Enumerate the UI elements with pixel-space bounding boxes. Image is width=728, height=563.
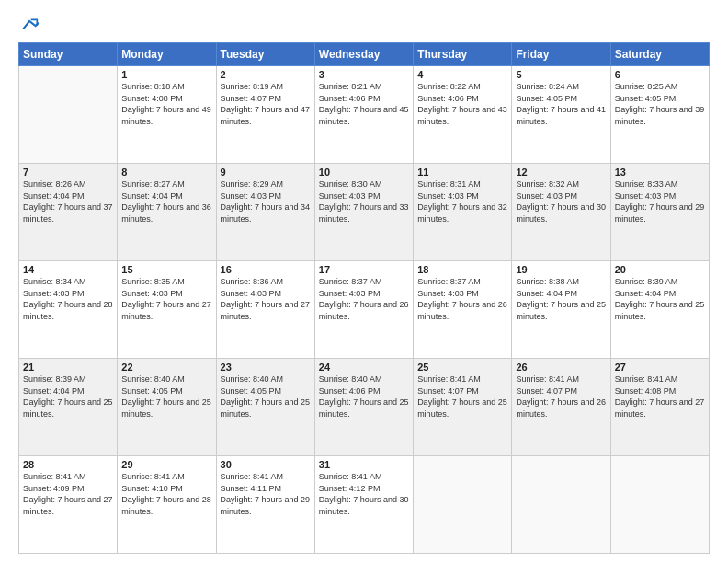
table-row: 16Sunrise: 8:36 AMSunset: 4:03 PMDayligh… (216, 261, 314, 359)
cell-info: Sunrise: 8:30 AMSunset: 4:03 PMDaylight:… (319, 178, 409, 224)
cell-info: Sunrise: 8:39 AMSunset: 4:04 PMDaylight:… (23, 373, 113, 419)
day-number: 23 (221, 362, 311, 373)
day-number: 27 (615, 362, 705, 373)
table-row: 5Sunrise: 8:24 AMSunset: 4:05 PMDaylight… (512, 66, 610, 164)
cell-info: Sunrise: 8:38 AMSunset: 4:04 PMDaylight:… (516, 276, 606, 322)
table-row: 19Sunrise: 8:38 AMSunset: 4:04 PMDayligh… (512, 261, 610, 359)
table-row: 11Sunrise: 8:31 AMSunset: 4:03 PMDayligh… (414, 164, 512, 261)
cell-info: Sunrise: 8:39 AMSunset: 4:04 PMDaylight:… (615, 276, 705, 322)
cell-info: Sunrise: 8:37 AMSunset: 4:03 PMDaylight:… (319, 276, 409, 322)
day-number: 31 (319, 459, 409, 470)
day-header-wednesday: Wednesday (314, 43, 413, 66)
calendar-table: SundayMondayTuesdayWednesdayThursdayFrid… (18, 42, 710, 554)
cell-info: Sunrise: 8:36 AMSunset: 4:03 PMDaylight:… (221, 276, 311, 322)
table-row: 24Sunrise: 8:40 AMSunset: 4:06 PMDayligh… (314, 359, 413, 456)
table-row: 30Sunrise: 8:41 AMSunset: 4:11 PMDayligh… (216, 456, 314, 554)
cell-info: Sunrise: 8:19 AMSunset: 4:07 PMDaylight:… (221, 81, 311, 127)
day-number: 29 (121, 459, 211, 470)
day-header-thursday: Thursday (414, 43, 512, 66)
day-number: 5 (516, 69, 606, 80)
day-number: 19 (516, 264, 606, 275)
day-number: 30 (221, 459, 311, 470)
cell-info: Sunrise: 8:41 AMSunset: 4:07 PMDaylight:… (516, 373, 606, 419)
table-row: 22Sunrise: 8:40 AMSunset: 4:05 PMDayligh… (118, 359, 216, 456)
cell-info: Sunrise: 8:41 AMSunset: 4:08 PMDaylight:… (615, 373, 705, 419)
day-number: 6 (615, 69, 705, 80)
day-number: 4 (417, 69, 507, 80)
table-row: 21Sunrise: 8:39 AMSunset: 4:04 PMDayligh… (19, 359, 118, 456)
cell-info: Sunrise: 8:29 AMSunset: 4:03 PMDaylight:… (221, 178, 311, 224)
day-number: 24 (319, 362, 409, 373)
day-number: 2 (221, 69, 311, 80)
table-row: 13Sunrise: 8:33 AMSunset: 4:03 PMDayligh… (610, 164, 709, 261)
cell-info: Sunrise: 8:41 AMSunset: 4:12 PMDaylight:… (319, 471, 409, 517)
day-number: 18 (417, 264, 507, 275)
day-number: 3 (319, 69, 409, 80)
day-number: 16 (221, 264, 311, 275)
day-number: 21 (23, 362, 113, 373)
cell-info: Sunrise: 8:37 AMSunset: 4:03 PMDaylight:… (417, 276, 507, 322)
cell-info: Sunrise: 8:32 AMSunset: 4:03 PMDaylight:… (516, 178, 606, 224)
day-header-friday: Friday (512, 43, 610, 66)
day-number: 20 (615, 264, 705, 275)
table-row: 6Sunrise: 8:25 AMSunset: 4:05 PMDaylight… (610, 66, 709, 164)
day-number: 11 (417, 167, 507, 178)
table-row (19, 66, 118, 164)
cell-info: Sunrise: 8:40 AMSunset: 4:05 PMDaylight:… (121, 373, 211, 419)
logo (18, 17, 39, 35)
cell-info: Sunrise: 8:21 AMSunset: 4:06 PMDaylight:… (319, 81, 409, 127)
day-number: 25 (417, 362, 507, 373)
table-row: 26Sunrise: 8:41 AMSunset: 4:07 PMDayligh… (512, 359, 610, 456)
table-row: 17Sunrise: 8:37 AMSunset: 4:03 PMDayligh… (314, 261, 413, 359)
table-row: 7Sunrise: 8:26 AMSunset: 4:04 PMDaylight… (19, 164, 118, 261)
table-row: 18Sunrise: 8:37 AMSunset: 4:03 PMDayligh… (414, 261, 512, 359)
day-number: 12 (516, 167, 606, 178)
table-row (512, 456, 610, 554)
cell-info: Sunrise: 8:18 AMSunset: 4:08 PMDaylight:… (121, 81, 211, 127)
day-header-tuesday: Tuesday (216, 43, 314, 66)
cell-info: Sunrise: 8:25 AMSunset: 4:05 PMDaylight:… (615, 81, 705, 127)
table-row: 25Sunrise: 8:41 AMSunset: 4:07 PMDayligh… (414, 359, 512, 456)
cell-info: Sunrise: 8:40 AMSunset: 4:05 PMDaylight:… (221, 373, 311, 419)
day-number: 7 (23, 167, 113, 178)
table-row: 4Sunrise: 8:22 AMSunset: 4:06 PMDaylight… (414, 66, 512, 164)
cell-info: Sunrise: 8:27 AMSunset: 4:04 PMDaylight:… (121, 178, 211, 224)
table-row: 3Sunrise: 8:21 AMSunset: 4:06 PMDaylight… (314, 66, 413, 164)
header (18, 17, 710, 35)
table-row: 31Sunrise: 8:41 AMSunset: 4:12 PMDayligh… (314, 456, 413, 554)
day-number: 17 (319, 264, 409, 275)
day-number: 26 (516, 362, 606, 373)
day-number: 10 (319, 167, 409, 178)
table-row: 20Sunrise: 8:39 AMSunset: 4:04 PMDayligh… (610, 261, 709, 359)
day-header-sunday: Sunday (19, 43, 118, 66)
cell-info: Sunrise: 8:35 AMSunset: 4:03 PMDaylight:… (121, 276, 211, 322)
table-row: 29Sunrise: 8:41 AMSunset: 4:10 PMDayligh… (118, 456, 216, 554)
day-number: 22 (121, 362, 211, 373)
table-row: 27Sunrise: 8:41 AMSunset: 4:08 PMDayligh… (610, 359, 709, 456)
cell-info: Sunrise: 8:41 AMSunset: 4:10 PMDaylight:… (121, 471, 211, 517)
logo-icon (20, 17, 39, 35)
table-row (414, 456, 512, 554)
table-row: 10Sunrise: 8:30 AMSunset: 4:03 PMDayligh… (314, 164, 413, 261)
table-row: 23Sunrise: 8:40 AMSunset: 4:05 PMDayligh… (216, 359, 314, 456)
table-row: 15Sunrise: 8:35 AMSunset: 4:03 PMDayligh… (118, 261, 216, 359)
day-number: 9 (221, 167, 311, 178)
cell-info: Sunrise: 8:34 AMSunset: 4:03 PMDaylight:… (23, 276, 113, 322)
cell-info: Sunrise: 8:41 AMSunset: 4:11 PMDaylight:… (221, 471, 311, 517)
day-header-monday: Monday (118, 43, 216, 66)
cell-info: Sunrise: 8:24 AMSunset: 4:05 PMDaylight:… (516, 81, 606, 127)
day-number: 13 (615, 167, 705, 178)
cell-info: Sunrise: 8:26 AMSunset: 4:04 PMDaylight:… (23, 178, 113, 224)
day-number: 15 (121, 264, 211, 275)
day-number: 14 (23, 264, 113, 275)
table-row: 12Sunrise: 8:32 AMSunset: 4:03 PMDayligh… (512, 164, 610, 261)
page: SundayMondayTuesdayWednesdayThursdayFrid… (0, 0, 728, 563)
cell-info: Sunrise: 8:33 AMSunset: 4:03 PMDaylight:… (615, 178, 705, 224)
table-row: 2Sunrise: 8:19 AMSunset: 4:07 PMDaylight… (216, 66, 314, 164)
cell-info: Sunrise: 8:41 AMSunset: 4:09 PMDaylight:… (23, 471, 113, 517)
day-header-saturday: Saturday (610, 43, 709, 66)
day-number: 8 (121, 167, 211, 178)
table-row (610, 456, 709, 554)
cell-info: Sunrise: 8:31 AMSunset: 4:03 PMDaylight:… (417, 178, 507, 224)
table-row: 28Sunrise: 8:41 AMSunset: 4:09 PMDayligh… (19, 456, 118, 554)
